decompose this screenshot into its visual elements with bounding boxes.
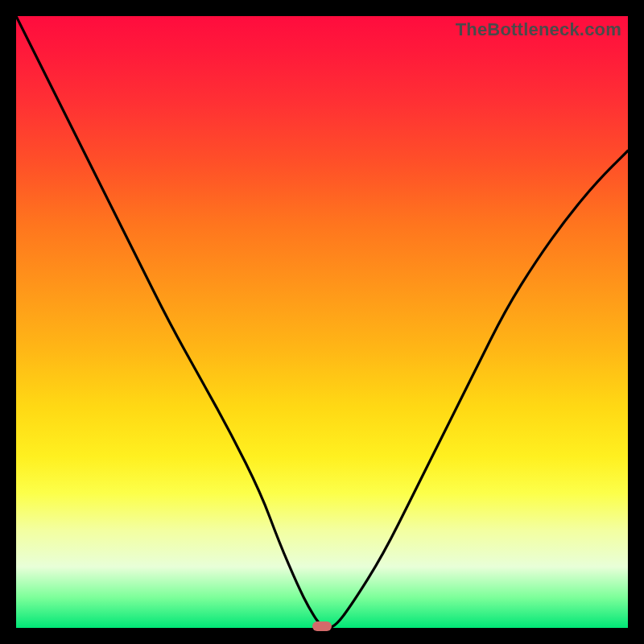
optimal-point-marker	[312, 621, 332, 631]
chart-frame: TheBottleneck.com	[0, 0, 644, 644]
bottleneck-curve	[16, 16, 628, 628]
plot-area: TheBottleneck.com	[16, 16, 628, 628]
